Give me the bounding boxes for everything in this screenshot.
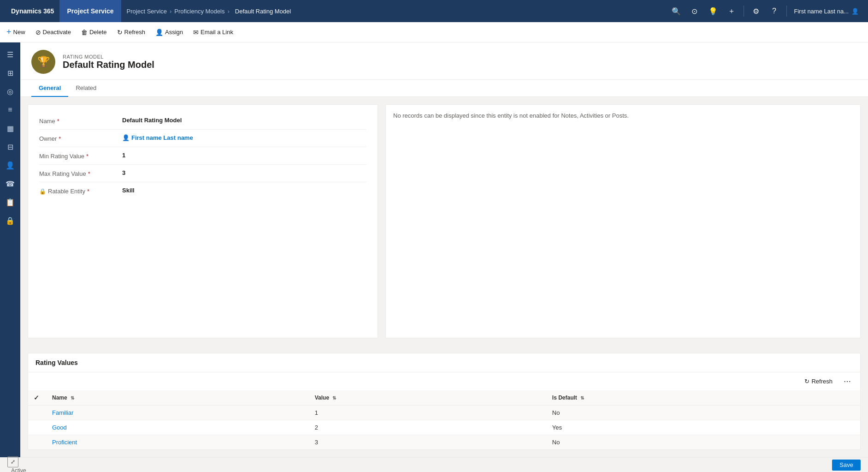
save-button[interactable]: Save	[832, 460, 861, 471]
delete-button[interactable]: 🗑 Delete	[77, 24, 112, 41]
new-button[interactable]: + New	[2, 24, 30, 41]
status-bar: ⤢ Active Save	[0, 457, 868, 472]
check-all-icon[interactable]: ✓	[34, 394, 39, 401]
lock-icon: 🔒	[39, 188, 46, 195]
assign-icon: 👤	[155, 29, 163, 36]
sidebar-home-icon[interactable]: ⊞	[2, 65, 18, 81]
app-name[interactable]: Project Service	[59, 0, 121, 22]
notes-empty-message: No records can be displayed since this e…	[393, 112, 629, 119]
col-check: ✓	[28, 390, 47, 406]
help-icon[interactable]: ?	[766, 3, 783, 19]
row-isdefault-proficient: No	[547, 435, 860, 450]
table-row: Familiar 1 No	[28, 406, 860, 420]
sidebar-person-icon[interactable]: 👤	[2, 157, 18, 173]
deactivate-button[interactable]: ⊘ Deactivate	[31, 24, 76, 41]
row-name-good[interactable]: Good	[47, 420, 309, 435]
sidebar-lock-icon[interactable]: 🔒	[2, 212, 18, 229]
col-is-default-label: Is Default	[552, 394, 577, 401]
table-row: Proficient 3 No	[28, 435, 860, 450]
sidebar-table-icon[interactable]: ⊟	[2, 138, 18, 155]
nav-divider-2	[786, 6, 787, 17]
assign-label: Assign	[165, 29, 183, 36]
rating-values-refresh-button[interactable]: ↻ Refresh	[801, 376, 836, 387]
tab-general[interactable]: General	[31, 80, 68, 97]
sort-value-icon[interactable]: ⇅	[332, 395, 336, 400]
email-icon: ✉	[193, 29, 199, 36]
breadcrumb-proficiency-models[interactable]: Proficiency Models	[174, 8, 224, 15]
row-check-familiar	[28, 406, 47, 420]
owner-name: First name Last name	[131, 134, 193, 141]
field-row-name: Name * Default Rating Model	[39, 112, 366, 130]
field-label-owner: Owner *	[39, 134, 122, 142]
refresh-icon: ↻	[117, 29, 123, 36]
nav-divider	[744, 6, 744, 17]
rating-values-header: Rating Values	[28, 353, 860, 372]
row-check-proficient	[28, 435, 47, 450]
rv-refresh-label: Refresh	[811, 378, 833, 385]
row-name-proficient[interactable]: Proficient	[47, 435, 309, 450]
field-label-max-rating: Max Rating Value *	[39, 169, 122, 177]
breadcrumb-sep-2: ›	[227, 8, 229, 15]
field-value-min-rating[interactable]: 1	[122, 152, 366, 159]
tab-related[interactable]: Related	[68, 80, 104, 97]
required-indicator-max: *	[88, 170, 90, 177]
sidebar-phone-icon[interactable]: ☎	[2, 175, 18, 192]
left-sidebar: ☰ ⊞ ◎ ≡ ▦ ⊟ 👤 ☎ 📋 🔒	[0, 42, 20, 457]
rating-values-section: Rating Values ↻ Refresh ⋯ ✓ Name	[28, 353, 861, 450]
sidebar-menu-icon[interactable]: ☰	[2, 46, 18, 63]
search-icon[interactable]: 🔍	[668, 3, 685, 19]
sidebar-grid-icon[interactable]: ▦	[2, 120, 18, 137]
field-value-name[interactable]: Default Rating Model	[122, 117, 366, 124]
settings-icon[interactable]: ⚙	[748, 3, 764, 19]
status-active: Active	[11, 467, 26, 472]
tab-related-label: Related	[76, 84, 96, 91]
field-value-ratable-entity[interactable]: Skill	[122, 187, 366, 194]
row-check-good	[28, 420, 47, 435]
user-name: First name Last na...	[794, 8, 849, 15]
add-icon[interactable]: ＋	[723, 3, 740, 19]
field-value-max-rating[interactable]: 3	[122, 169, 366, 176]
form-notes-layout: Name * Default Rating Model Owner * 👤	[20, 97, 868, 346]
assign-button[interactable]: 👤 Assign	[151, 24, 188, 41]
sidebar-notes-icon[interactable]: 📋	[2, 194, 18, 210]
lightbulb-icon[interactable]: 💡	[705, 3, 721, 19]
command-bar: + New ⊘ Deactivate 🗑 Delete ↻ Refresh 👤 …	[0, 22, 868, 42]
field-row-owner: Owner * 👤 First name Last name	[39, 130, 366, 147]
plus-icon: +	[6, 27, 12, 37]
row-isdefault-familiar: No	[547, 406, 860, 420]
record-header: 🏆 RATING MODEL Default Rating Model	[20, 42, 868, 80]
breadcrumb: Project Service › Proficiency Models › D…	[121, 8, 668, 15]
record-type-label: RATING MODEL	[63, 54, 154, 60]
owner-person-icon: 👤	[122, 134, 130, 141]
sort-name-icon[interactable]: ⇅	[71, 395, 74, 400]
content-area: 🏆 RATING MODEL Default Rating Model Gene…	[20, 42, 868, 457]
col-is-default: Is Default ⇅	[547, 390, 860, 406]
breadcrumb-project-service[interactable]: Project Service	[127, 8, 167, 15]
rv-refresh-icon: ↻	[804, 378, 809, 385]
row-name-familiar[interactable]: Familiar	[47, 406, 309, 420]
sort-isdefault-icon[interactable]: ⇅	[580, 395, 584, 400]
email-label: Email a Link	[201, 29, 233, 36]
record-title: Default Rating Model	[63, 60, 154, 70]
expand-button[interactable]: ⤢	[7, 456, 18, 467]
new-label: New	[13, 29, 25, 36]
table-row: Good 2 Yes	[28, 420, 860, 435]
email-link-button[interactable]: ✉ Email a Link	[189, 24, 238, 41]
field-value-owner[interactable]: 👤 First name Last name	[122, 134, 366, 141]
field-row-ratable-entity: 🔒 Ratable Entity * Skill	[39, 182, 366, 199]
user-menu[interactable]: First name Last na... 👤	[791, 8, 863, 15]
sidebar-list-icon[interactable]: ≡	[2, 102, 18, 118]
brand-label: Dynamics 365	[6, 7, 59, 15]
sidebar-circle-icon[interactable]: ◎	[2, 83, 18, 100]
delete-label: Delete	[89, 29, 107, 36]
row-value-good: 2	[309, 420, 547, 435]
user-avatar-icon: 👤	[851, 8, 859, 15]
row-value-proficient: 3	[309, 435, 547, 450]
field-row-max-rating: Max Rating Value * 3	[39, 165, 366, 182]
record-avatar: 🏆	[31, 50, 55, 74]
rating-values-more-button[interactable]: ⋯	[840, 375, 855, 388]
field-label-ratable-entity: 🔒 Ratable Entity *	[39, 187, 122, 195]
compass-icon[interactable]: ⊙	[686, 3, 703, 19]
main-layout: ☰ ⊞ ◎ ≡ ▦ ⊟ 👤 ☎ 📋 🔒 🏆 RATING MODEL Defau…	[0, 42, 868, 457]
refresh-button[interactable]: ↻ Refresh	[112, 24, 150, 41]
